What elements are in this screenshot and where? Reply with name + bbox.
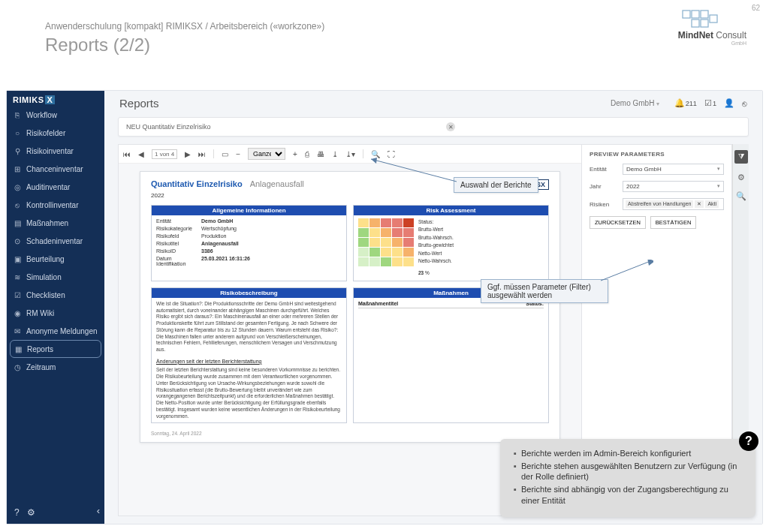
- nav-icon: ▤: [13, 218, 22, 227]
- logout-icon[interactable]: ⎋: [742, 99, 747, 108]
- box-general: Allgemeine Informationen EntitätDemo Gmb…: [151, 205, 347, 281]
- print-icon[interactable]: ⎙: [305, 150, 309, 158]
- sidebar-item-ma-nahmen[interactable]: ▤Maßnahmen: [7, 214, 104, 232]
- nav-icon: ⊙: [13, 236, 22, 245]
- sidebar-item-simulation[interactable]: ≋Simulation: [7, 268, 104, 286]
- gear-icon[interactable]: ⚙: [27, 507, 35, 518]
- slide-number: 62: [752, 4, 760, 12]
- reset-button[interactable]: ZURÜCKSETZEN: [590, 216, 646, 229]
- brand-logo: MindNet ConsultGmbH: [678, 8, 746, 46]
- nav-icon: ⚲: [13, 146, 22, 155]
- sidebar: RIMIKSX ⎘Workflow○Risikofelder⚲Risikoinv…: [7, 91, 104, 524]
- last-page-icon[interactable]: ⏭: [198, 150, 206, 158]
- svg-rect-3: [692, 20, 699, 27]
- sidebar-item-beurteilung[interactable]: ▣Beurteilung: [7, 250, 104, 268]
- param-risks[interactable]: Abstreifen von Handlungen✕Akti: [623, 198, 724, 210]
- param-year-select[interactable]: 2022: [623, 181, 724, 192]
- topbar: Reports Demo GmbH 🔔211 ☑1 👤 ⎋: [104, 91, 762, 113]
- nav-icon: ⎘: [13, 110, 22, 119]
- sidebar-item-risikoinventar[interactable]: ⚲Risikoinventar: [7, 142, 104, 160]
- info-item: Berichte stehen ausgewählten Benutzern z…: [514, 461, 745, 482]
- search-icon[interactable]: 🔍: [736, 191, 746, 201]
- nav-icon: ≋: [13, 272, 22, 281]
- slide-header: Anwenderschulung [kompakt] RIMIKSX / Arb…: [0, 0, 769, 63]
- svg-rect-1: [692, 11, 699, 18]
- sidebar-item-risikofelder[interactable]: ○Risikofelder: [7, 124, 104, 142]
- collapse-icon[interactable]: ‹: [97, 505, 100, 516]
- sidebar-item-auditinventar[interactable]: ◎Auditinventar: [7, 178, 104, 196]
- zoom-select[interactable]: Ganze S…: [248, 148, 285, 160]
- entity-dropdown[interactable]: Demo GmbH: [611, 99, 659, 107]
- info-item: Berichte sind abhängig von der Zugangsbe…: [514, 484, 745, 506]
- first-page-icon[interactable]: ⏮: [123, 150, 131, 158]
- funnel-icon[interactable]: ⧩: [734, 150, 748, 164]
- page-title: Reports: [119, 97, 159, 110]
- prev-page-icon[interactable]: ◀: [138, 150, 144, 158]
- sidebar-item-anonyme-meldungen[interactable]: ✉Anonyme Meldungen: [7, 322, 104, 340]
- callout-report-select: Auswahl der Berichte: [454, 177, 538, 193]
- sidebar-item-rm-wiki[interactable]: ◉RM Wiki: [7, 304, 104, 322]
- bell-icon[interactable]: 🔔211: [674, 98, 697, 108]
- sidebar-item-zeitraum[interactable]: ◷Zeitraum: [7, 358, 104, 376]
- nav-icon: ▣: [13, 254, 22, 263]
- next-page-icon[interactable]: ▶: [185, 150, 191, 158]
- sidebar-item-chanceninventar[interactable]: ⊞Chanceninventar: [7, 160, 104, 178]
- nav-icon: ▦: [14, 344, 23, 353]
- report-footer-date: Sonntag, 24. April 2022: [151, 431, 549, 436]
- zoom-in-icon[interactable]: +: [293, 150, 297, 158]
- page-indicator[interactable]: 1 von 4: [152, 149, 177, 159]
- tasks-icon[interactable]: ☑1: [704, 98, 716, 108]
- report-title: Quantitativ Einzelrisiko: [151, 179, 243, 188]
- breadcrumb: Anwenderschulung [kompakt] RIMIKSX / Arb…: [45, 21, 724, 32]
- clear-icon[interactable]: ✕: [446, 122, 455, 131]
- report-subtitle: Anlagenausfall: [250, 179, 304, 188]
- help-icon[interactable]: ?: [14, 507, 20, 518]
- svg-rect-5: [710, 15, 717, 23]
- nav-icon: ✉: [13, 326, 22, 335]
- nav-icon: ⊞: [13, 164, 22, 173]
- confirm-button[interactable]: BESTÄTIGEN: [650, 216, 697, 229]
- info-item: Berichte werden im Admin-Bereich konfigu…: [514, 448, 745, 458]
- box-measures: Maßnahmen Maßnahmentitel Status:: [353, 287, 549, 424]
- export-alt-icon[interactable]: ⤓▾: [345, 150, 355, 158]
- nav-icon: ◎: [13, 182, 22, 191]
- app-logo: RIMIKSX: [7, 91, 104, 106]
- user-icon[interactable]: 👤: [724, 98, 734, 108]
- fullscreen-icon[interactable]: ⛶: [388, 150, 395, 158]
- sidebar-item-kontrollinventar[interactable]: ⎋Kontrollinventar: [7, 196, 104, 214]
- nav-icon: ☑: [13, 290, 22, 299]
- nav-icon: ◷: [13, 362, 22, 371]
- viewer-toolbar: ⏮ ◀ 1 von 4 ▶ ⏭ ▭ − Ganze S… + ⎙ 🖶 ⤓ ⤓▾ …: [119, 145, 581, 164]
- params-heading: PREVIEW PARAMETERS: [590, 151, 724, 158]
- export-icon[interactable]: ⤓: [332, 150, 338, 158]
- report-page: Quantitativ Einzelrisiko Anlagenausfall …: [140, 171, 560, 443]
- report-select[interactable]: NEU Quantitativ Einzelrisiko ✕: [118, 117, 749, 137]
- sidebar-item-schadeninventar[interactable]: ⊙Schadeninventar: [7, 232, 104, 250]
- callout-params: Ggf. müssen Parameter (Filter) ausgewähl…: [481, 279, 608, 303]
- report-select-value: NEU Quantitativ Einzelrisiko: [126, 123, 211, 131]
- info-box: ? Berichte werden im Admin-Bereich konfi…: [500, 439, 755, 517]
- sidebar-item-workflow[interactable]: ⎘Workflow: [7, 106, 104, 124]
- param-entity-select[interactable]: Demo GmbH: [623, 164, 724, 175]
- slide-title: Reports (2/2): [45, 35, 724, 56]
- box-description: Risikobeschreibung Wie ist die Situation…: [151, 287, 347, 424]
- report-year: 2022: [151, 192, 549, 199]
- sidebar-item-reports[interactable]: ▦Reports: [10, 340, 101, 358]
- nav-icon: ○: [13, 128, 22, 137]
- gear-icon[interactable]: ⚙: [737, 173, 745, 182]
- risk-matrix: [358, 218, 414, 266]
- sidebar-footer: ? ⚙: [7, 501, 104, 524]
- single-page-icon[interactable]: ▭: [222, 150, 228, 158]
- sidebar-item-checklisten[interactable]: ☑Checklisten: [7, 286, 104, 304]
- quick-print-icon[interactable]: 🖶: [317, 150, 324, 158]
- svg-rect-2: [701, 11, 708, 18]
- search-icon[interactable]: 🔍: [371, 150, 380, 158]
- nav-icon: ⎋: [13, 200, 22, 209]
- box-risk-assessment: Risk Assessment: [353, 205, 549, 281]
- svg-rect-4: [701, 20, 708, 27]
- svg-rect-0: [683, 11, 690, 18]
- nav-icon: ◉: [13, 308, 22, 317]
- zoom-out-icon[interactable]: −: [236, 150, 240, 158]
